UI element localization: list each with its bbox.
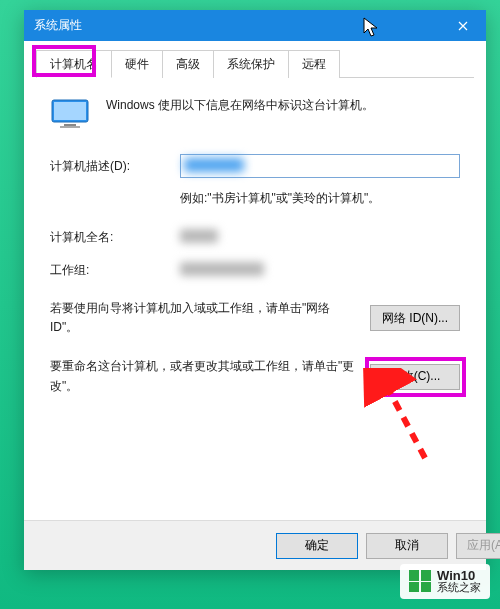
description-input[interactable] [180, 154, 460, 178]
change-button-wrapper: 更改(C)... [370, 364, 460, 390]
network-id-button[interactable]: 网络 ID(N)... [370, 305, 460, 331]
dialog-footer: 确定 取消 应用(A) [24, 520, 486, 570]
network-id-text: 若要使用向导将计算机加入域或工作组，请单击"网络 ID"。 [50, 299, 358, 337]
fullname-row: 计算机全名: [50, 229, 460, 246]
info-row: Windows 使用以下信息在网络中标识这台计算机。 [50, 96, 460, 130]
tab-panel-computer-name: Windows 使用以下信息在网络中标识这台计算机。 计算机描述(D): 例如:… [36, 78, 474, 396]
fullname-label: 计算机全名: [50, 229, 180, 246]
workgroup-label: 工作组: [50, 262, 180, 279]
description-row: 计算机描述(D): [50, 154, 460, 178]
svg-rect-2 [64, 124, 76, 126]
watermark: Win10 系统之家 [400, 564, 490, 599]
description-label: 计算机描述(D): [50, 158, 180, 175]
workgroup-row: 工作组: [50, 262, 460, 279]
workgroup-value [180, 262, 264, 276]
fullname-value [180, 229, 218, 243]
titlebar[interactable]: 系统属性 [24, 10, 486, 41]
close-button[interactable] [440, 10, 486, 41]
tab-advanced[interactable]: 高级 [162, 50, 214, 78]
close-icon [458, 21, 468, 31]
apply-button[interactable]: 应用(A) [456, 533, 500, 559]
blurred-value [184, 158, 244, 172]
watermark-text: Win10 系统之家 [437, 569, 481, 594]
change-row: 要重命名这台计算机，或者更改其域或工作组，请单击"更改"。 更改(C)... [50, 357, 460, 395]
network-id-row: 若要使用向导将计算机加入域或工作组，请单击"网络 ID"。 网络 ID(N)..… [50, 299, 460, 337]
change-text: 要重命名这台计算机，或者更改其域或工作组，请单击"更改"。 [50, 357, 358, 395]
info-text: Windows 使用以下信息在网络中标识这台计算机。 [106, 96, 374, 114]
tab-hardware[interactable]: 硬件 [111, 50, 163, 78]
change-button[interactable]: 更改(C)... [370, 364, 460, 390]
tab-computer-name[interactable]: 计算机名 [36, 50, 112, 78]
window-title: 系统属性 [34, 17, 82, 34]
cancel-button[interactable]: 取消 [366, 533, 448, 559]
dialog-body: 计算机名 硬件 高级 系统保护 远程 Windows 使用以下信息在网络中标识这… [24, 41, 486, 520]
svg-rect-1 [54, 102, 86, 120]
ok-button[interactable]: 确定 [276, 533, 358, 559]
tab-strip: 计算机名 硬件 高级 系统保护 远程 [36, 49, 474, 78]
description-example: 例如:"书房计算机"或"美玲的计算机"。 [180, 190, 460, 207]
monitor-icon [50, 98, 90, 130]
watermark-logo-icon [409, 570, 431, 592]
svg-rect-3 [60, 126, 80, 128]
tab-remote[interactable]: 远程 [288, 50, 340, 78]
tab-system-protection[interactable]: 系统保护 [213, 50, 289, 78]
system-properties-dialog: 系统属性 计算机名 硬件 高级 系统保护 远程 Windows 使用以下信息在网… [24, 10, 486, 570]
